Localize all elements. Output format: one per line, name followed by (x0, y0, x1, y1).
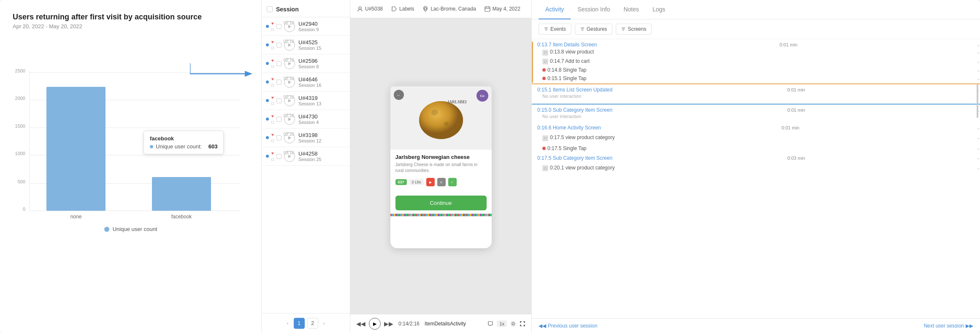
chevron-sub-1: ⌄ (977, 50, 980, 54)
sub-view-product[interactable]: □0:13.8 view product ⌄ (537, 48, 980, 57)
tooltip-dot (150, 145, 153, 148)
legend-dot (104, 227, 109, 232)
player-labels: Labels (391, 6, 414, 12)
filter-events[interactable]: Events (539, 24, 571, 35)
no-interaction-1: No user interaction (537, 93, 980, 101)
session-icons-6: ♥ □ (271, 132, 274, 143)
sub-single-tap-1[interactable]: 0:14.8 Single Tap ⌄ (537, 66, 980, 74)
cheese-label: Co (476, 90, 488, 102)
chevron-5: ⌄ (977, 135, 980, 140)
pagination-next-arrow[interactable]: › (321, 319, 328, 328)
filter-gestures[interactable]: Gestures (575, 24, 613, 35)
chat-icon-4: □ (271, 101, 274, 106)
tab-logs[interactable]: Logs (646, 0, 672, 19)
player-location: Lac-Brome, Canada (422, 6, 476, 12)
sub-single-tap-3[interactable]: 0:17.5 Single Tap ⌄ (537, 144, 980, 153)
activity-row-sub-category[interactable]: 0:15.0 Sub Category Item Screen 0:01 min… (537, 107, 980, 113)
player-user-id-text: U#5038 (365, 6, 383, 12)
session-checkbox-6[interactable] (276, 135, 282, 140)
screen-name-items-list: 0:15.1 Items List Screen Updated (537, 87, 612, 93)
svg-point-30 (425, 8, 427, 10)
next-session-text: Next user session (924, 323, 964, 329)
tab-activity[interactable]: Activity (539, 0, 571, 19)
session-name-4: Session 13 (298, 101, 321, 106)
activity-row-item-details-screen[interactable]: 0:13.7 Item Details Screen 0:01 min ⌄ (537, 42, 980, 48)
chat-icon-0: □ (271, 27, 274, 32)
chat-icon-2: □ (271, 64, 274, 69)
session-item-4[interactable]: ♥ □ U#4319 Session 13 02:16 (262, 91, 350, 110)
activity-row-items-list[interactable]: 0:15.1 Items List Screen Updated 0:01 mi… (537, 87, 980, 93)
skip-forward-button[interactable]: ▶▶ (384, 320, 393, 327)
activity-item-3: 0:15.0 Sub Category Item Screen 0:01 min… (532, 105, 980, 123)
sub-view-product-cat-1[interactable]: □0:17.5 view product category ⌄ (537, 133, 980, 142)
heart-icon-7: ♥ (271, 151, 274, 156)
session-checkbox-5[interactable] (276, 117, 282, 122)
pagination-page-1[interactable]: 1 (294, 318, 305, 329)
settings-button[interactable] (510, 321, 516, 327)
session-checkbox-4[interactable] (276, 98, 282, 103)
chat-button[interactable] (487, 321, 493, 327)
session-checkbox-7[interactable] (276, 154, 282, 159)
svg-point-40 (512, 323, 514, 325)
session-item-1[interactable]: ♥ □ U#4525 Session 15 02:16 (262, 36, 350, 54)
fullscreen-button[interactable] (520, 321, 525, 327)
chat-icon-1: □ (271, 46, 274, 50)
session-checkbox-0[interactable] (276, 24, 282, 29)
tab-session-info[interactable]: Session Info (571, 0, 617, 19)
back-button[interactable]: ← (394, 90, 404, 100)
speed-badge[interactable]: 1x (497, 320, 507, 327)
session-time-2: 02:16 (284, 58, 294, 62)
session-select-all-checkbox[interactable] (267, 6, 273, 12)
session-checkbox-3[interactable] (276, 80, 282, 85)
pagination-prev-arrow[interactable]: ‹ (284, 319, 291, 328)
screen-icon (621, 27, 625, 31)
phone-content: ← (390, 84, 492, 248)
svg-point-36 (419, 101, 463, 139)
svg-rect-13 (152, 177, 211, 211)
session-checkbox-2[interactable] (276, 61, 282, 66)
tab-notes[interactable]: Notes (617, 0, 646, 19)
dot-icon-2 (542, 77, 546, 80)
session-info-4: U#4319 Session 13 (298, 95, 321, 106)
session-item-2[interactable]: ♥ □ U#2596 Session 8 02:16 (262, 54, 350, 73)
prev-session-link[interactable]: ◀◀ Previous user session (539, 323, 597, 329)
prev-session-text: Previous user session (548, 323, 597, 329)
heart-icon-6: ♥ (271, 132, 274, 137)
session-item-3[interactable]: ♥ □ U#4646 Session 16 02:16 (262, 73, 350, 91)
play-pause-button[interactable]: ▶ (369, 318, 381, 330)
tag-weight: 2 Lbs (409, 179, 424, 185)
session-icons-7: ♥ □ (271, 151, 274, 161)
next-session-link[interactable]: Next user session ▶▶ (924, 323, 973, 329)
player-header: U#5038 Labels Lac-Brome, Canada May 4, 2… (350, 0, 531, 18)
screen-duration-2: 0:01 min (787, 87, 805, 92)
scroll-bar[interactable] (977, 84, 978, 118)
session-item-0[interactable]: ♥ □ U#2940 Session 9 02:16 (262, 17, 350, 36)
session-time-0: 02:16 (284, 21, 294, 25)
session-id-6: U#3198 (298, 132, 321, 138)
chart-subtitle: Apr 20, 2022 - May 20, 2022 (13, 23, 249, 30)
session-name-1: Session 15 (298, 46, 321, 51)
activity-row-home[interactable]: 0:16.6 Home Activity Screen 0:01 min ⌄ (537, 125, 980, 131)
filter-screens[interactable]: Screens (616, 24, 652, 35)
chevron-6: ⌄ (977, 146, 980, 150)
gesture-icon (580, 27, 585, 31)
pagination-page-2[interactable]: 2 (307, 318, 318, 329)
session-id-1: U#4525 (298, 39, 321, 46)
product-tags: 537 2 Lbs ▶ 0 ✓ (395, 178, 487, 186)
session-item-5[interactable]: ♥ □ U#4730 Session 4 02:16 (262, 110, 350, 129)
chevron-8: ⌄ (977, 166, 980, 170)
chat-icon-3: □ (271, 83, 274, 87)
sub-single-tap-2[interactable]: 0:15.1 Single Tap ⌄ (537, 74, 980, 83)
activity-row-sub-category-2[interactable]: 0:17.5 Sub Category Item Screen 0:03 min… (537, 155, 980, 161)
session-name-3: Session 16 (298, 83, 321, 88)
skip-back-button[interactable]: ◀◀ (356, 320, 365, 327)
tag-icon-green: ✓ (448, 178, 457, 186)
session-name-0: Session 9 (298, 27, 319, 32)
session-item-7[interactable]: ♥ □ U#4258 Session 25 03:16 (262, 147, 350, 166)
session-item-6[interactable]: ♥ □ U#3198 Session 12 02:16 (262, 129, 350, 147)
continue-button[interactable]: Continue (395, 196, 487, 210)
sub-view-product-cat-2[interactable]: □0:20.1 view product category ⌄ (537, 164, 980, 173)
session-checkbox-1[interactable] (276, 43, 282, 48)
session-panel: Session ♥ □ U#2940 Session 9 02:16 ♥ □ (262, 0, 350, 333)
sub-add-to-cart[interactable]: □0:14.7 Add to cart ⌄ (537, 57, 980, 66)
